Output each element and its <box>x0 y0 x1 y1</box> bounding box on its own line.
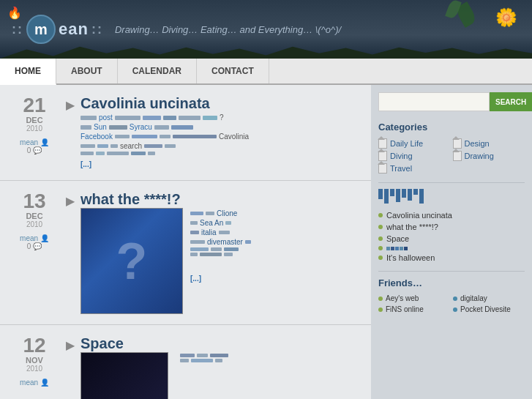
post-arrow-1: ▶ <box>60 95 80 170</box>
post-content-row5 <box>80 152 362 155</box>
post-comments-2: 0 <box>27 242 31 250</box>
search-input[interactable] <box>378 92 490 111</box>
cat-label-travel: Travel <box>390 164 412 173</box>
rpx2 <box>384 189 389 204</box>
post-px-row1: Clione <box>190 209 362 217</box>
friend-item-3[interactable]: Pocket Divesite <box>453 305 525 313</box>
recent-label-1: what the ****!? <box>386 223 438 231</box>
rpx2-4 <box>400 247 403 250</box>
post-image-2: ? <box>80 208 183 314</box>
cat-icon-drawing <box>453 151 462 161</box>
category-drawing[interactable]: Drawing <box>453 151 525 161</box>
post-px-row6 <box>190 253 362 256</box>
post-content-row2: Sun Syracu <box>80 123 362 131</box>
post-arrow-3: ▶ <box>60 335 80 399</box>
recent-item-1[interactable]: what the ****!? <box>378 223 525 231</box>
recent-item-4[interactable]: It's halloween <box>378 253 525 262</box>
search-box: SEARCH <box>378 92 525 111</box>
recent-item-3[interactable] <box>378 246 525 250</box>
friend-item-2[interactable]: FiNS online <box>378 305 450 313</box>
search-button[interactable]: SEARCH <box>490 92 532 111</box>
cat-label-design: Design <box>465 139 490 148</box>
friend-item-0[interactable]: Aey's web <box>378 294 450 302</box>
nav-item-calendar[interactable]: CALENDAR <box>118 59 197 83</box>
post-day-3: 12 <box>9 335 60 356</box>
cat-label-diving: Diving <box>390 152 413 160</box>
recent-item-2[interactable]: Space <box>378 234 525 243</box>
post-px-row2: Sea An <box>190 219 362 227</box>
post-link-2[interactable]: Sun <box>94 123 107 131</box>
sep-1 <box>378 182 525 183</box>
recent-label-0: Cavolinia uncinata <box>386 211 452 220</box>
category-design[interactable]: Design <box>453 138 525 149</box>
rpx2-2 <box>391 247 394 250</box>
rpx1 <box>378 189 383 199</box>
cat-icon-daily <box>378 138 387 149</box>
friend-label-3: Pocket Divesite <box>460 305 511 313</box>
post-author-3[interactable]: mean <box>20 379 38 387</box>
post-entry-3: 12 NOV 2010 mean 👤 ▶ Space <box>0 325 371 399</box>
recent-item-0[interactable]: Cavolinia uncinata <box>378 211 525 220</box>
post-month-3: NOV <box>9 356 60 365</box>
post-content-row3: Facebook Cavolinia <box>80 133 362 141</box>
post-title-2[interactable]: what the ****!? <box>80 191 181 207</box>
question-mark-icon: ? <box>116 232 148 291</box>
post-arrow-2: ▶ <box>60 191 80 314</box>
post-author-1[interactable]: mean <box>20 138 38 146</box>
post-content-row4: search <box>80 142 362 150</box>
recent-bullet-2 <box>378 236 383 241</box>
post-entry-2: 13 DEC 2010 mean 👤 0 💬 ▶ what the ****!?… <box>0 181 371 325</box>
category-travel[interactable]: Travel <box>378 163 451 174</box>
friends-grid: Aey's web digitalay FiNS online Pocket D… <box>378 294 525 313</box>
post-body-1: Cavolinia uncinata post ? Sun Syracu <box>80 95 362 170</box>
friend-bullet-0 <box>378 297 383 301</box>
header: 🔥 :: m ean :: Drawing… Diving… Eating… a… <box>0 0 532 59</box>
friend-label-1: digitalay <box>460 294 487 302</box>
logo-ean: ean <box>59 20 89 39</box>
post-day-2: 13 <box>9 191 60 212</box>
category-diving[interactable]: Diving <box>378 151 451 161</box>
read-more-1[interactable]: [...] <box>80 160 91 168</box>
rpx6 <box>408 189 412 201</box>
logo[interactable]: :: m ean :: <box>12 15 103 44</box>
cat-label-drawing: Drawing <box>465 152 494 160</box>
post-link-syracuse[interactable]: Syracu <box>130 123 152 131</box>
flower-icon: 🌼 <box>495 7 517 28</box>
friend-label-0: Aey's web <box>386 294 419 302</box>
rpx2-5 <box>404 247 408 250</box>
read-more-2[interactable]: [...] <box>190 275 201 283</box>
cat-icon-design <box>453 138 462 149</box>
post-author-2[interactable]: mean <box>20 234 38 242</box>
recent-bullet-1 <box>378 225 383 229</box>
post-title-1[interactable]: Cavolinia uncinata <box>80 95 210 111</box>
rpx4 <box>396 189 400 202</box>
friend-bullet-3 <box>453 307 457 312</box>
cat-icon-travel <box>378 163 387 174</box>
post-date-1: 21 DEC 2010 mean 👤 0 💬 <box>9 95 60 170</box>
post-year-3: 2010 <box>9 365 60 373</box>
main-content: 21 DEC 2010 mean 👤 0 💬 ▶ Cavolinia uncin… <box>0 85 532 399</box>
category-daily-life[interactable]: Daily Life <box>378 138 451 149</box>
nav-item-about[interactable]: ABOUT <box>56 59 118 83</box>
post-meta-2: mean 👤 0 💬 <box>9 234 60 250</box>
friend-item-1[interactable]: digitalay <box>453 294 525 302</box>
recent-label-2: Space <box>386 234 409 243</box>
categories-title: Categories <box>378 122 525 133</box>
post-title-3[interactable]: Space <box>80 335 124 351</box>
post-content-pixels-1: post ? <box>80 113 362 122</box>
friend-bullet-1 <box>453 297 457 301</box>
post-year-2: 2010 <box>9 220 60 228</box>
post-link-facebook[interactable]: Facebook <box>80 133 113 141</box>
post-link-1[interactable]: post <box>99 113 113 122</box>
post-day-1: 21 <box>9 95 60 116</box>
post-image-3 <box>80 352 168 399</box>
nav-item-home[interactable]: HOME <box>0 59 56 85</box>
logo-dots-right: :: <box>91 22 103 37</box>
post-comments-1: 0 <box>27 146 31 154</box>
cat-icon-diving <box>378 151 387 161</box>
logo-circle: m <box>26 15 56 44</box>
rpx7 <box>413 189 418 195</box>
nav-item-contact[interactable]: CONTACT <box>197 59 269 83</box>
post-body-2: what the ****!? ? Clione Sea An <box>80 191 362 314</box>
recent-label-4: It's halloween <box>386 253 435 262</box>
